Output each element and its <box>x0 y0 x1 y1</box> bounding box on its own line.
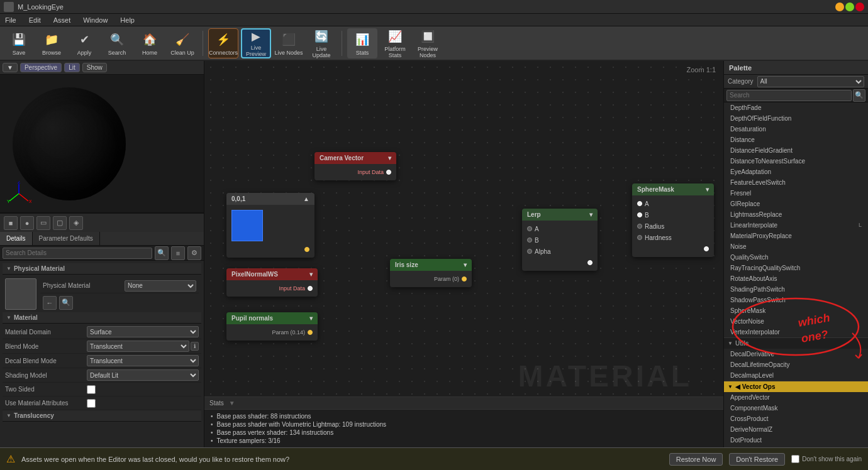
material-domain-select[interactable]: Surface <box>87 326 199 337</box>
pal-item-dof[interactable]: DepthOfFieldFunction <box>724 113 868 124</box>
pixel-output: Input Data <box>226 283 318 294</box>
camera-vector-node[interactable]: Camera Vector ▾ Input Data <box>314 152 396 180</box>
iris-size-node[interactable]: Iris size ▾ Param (0) <box>390 259 472 287</box>
menu-help[interactable]: Help <box>118 16 137 24</box>
menu-edit[interactable]: Edit <box>26 16 43 24</box>
menu-asset[interactable]: Asset <box>51 16 74 24</box>
dont-show-checkbox[interactable] <box>791 455 799 463</box>
blend-mode-select[interactable]: Translucent <box>87 341 189 352</box>
pal-item-shading[interactable]: ShadingPathSwitch <box>724 284 868 295</box>
pal-item-linearinterp[interactable]: LinearInterpolateL <box>724 220 868 231</box>
pal-item-dot[interactable]: DotProduct <box>724 435 868 445</box>
blend-mode-info-icon[interactable]: ℹ <box>191 342 199 351</box>
phys-material-select[interactable]: None <box>125 280 196 292</box>
sphere-icon-btn[interactable]: ● <box>20 216 34 230</box>
cube-icon-btn[interactable]: ▢ <box>53 216 67 230</box>
live-preview-button[interactable]: ▶ Live Preview <box>241 28 271 58</box>
pal-item-eye[interactable]: EyeAdaptation <box>724 167 868 177</box>
pal-item-rotate[interactable]: RotateAboutAxis <box>724 273 868 284</box>
subsurface-section[interactable]: Translucency <box>3 410 201 422</box>
search-button[interactable]: 🔍 Search <box>102 28 132 58</box>
palette-search-icon[interactable]: 🔍 <box>853 89 865 102</box>
pal-item-depthfade[interactable]: DepthFade <box>724 102 868 113</box>
pal-item-gi[interactable]: GIReplace <box>724 199 868 209</box>
physical-material-section[interactable]: Physical Material <box>3 263 201 275</box>
pal-item-noise[interactable]: Noise <box>724 241 868 252</box>
pal-item-fresnel[interactable]: Fresnel <box>724 188 868 199</box>
material-section[interactable]: Material <box>3 312 201 324</box>
pal-item-vectornoise[interactable]: VectorNoise <box>724 316 868 327</box>
connectors-button[interactable]: ⚡ Connectors <box>208 28 238 58</box>
pixel-normal-node[interactable]: PixelNormalWS ▾ Input Data <box>226 268 318 297</box>
pal-item-dtns[interactable]: DistanceToNearestSurface <box>724 156 868 167</box>
palette-search-input[interactable] <box>726 90 852 101</box>
pal-item-decal-deriv[interactable]: DecalDerivative <box>724 349 868 359</box>
pal-item-lightmass[interactable]: LightmassReplace <box>724 209 868 220</box>
shading-model-select[interactable]: Default Lit <box>87 369 199 381</box>
pal-item-derivenorm[interactable]: DeriveNormalZ <box>724 424 868 435</box>
category-select[interactable]: All <box>757 76 864 87</box>
decal-blend-mode-select[interactable]: Translucent <box>87 355 199 366</box>
minimize-button[interactable] <box>835 3 844 11</box>
node-editor[interactable]: Zoom 1:1 Camera Vector ▾ <box>204 61 723 456</box>
teapot-icon-btn[interactable]: ◈ <box>69 216 83 230</box>
pal-item-spheremask[interactable]: SphereMask <box>724 305 868 316</box>
platform-stats-button[interactable]: 📈 Platform Stats <box>380 28 410 58</box>
details-search-icon[interactable]: 🔍 <box>155 246 169 260</box>
pal-item-shadow[interactable]: ShadowPassSwitch <box>724 295 868 305</box>
pal-item-desat[interactable]: Desaturation <box>724 124 868 134</box>
viewport-toggle[interactable]: ▼ <box>3 63 18 72</box>
pupil-normals-node[interactable]: Pupil normals ▾ Param (0.14) <box>226 312 318 341</box>
utils-section[interactable]: Utils <box>724 337 868 349</box>
pal-item-vertexinterp[interactable]: VertexInterpolator <box>724 327 868 337</box>
preview-nodes-button[interactable]: 🔲 Preview Nodes <box>413 28 443 58</box>
pal-item-compmask[interactable]: ComponentMask <box>724 403 868 413</box>
save-button[interactable]: 💾 Save <box>4 28 34 58</box>
sphere-mask-node[interactable]: SphereMask ▾ A B Radius Hardnes <box>632 183 714 257</box>
lerp-node[interactable]: Lerp ▾ A B Alpha <box>522 209 598 271</box>
apply-button[interactable]: ✔ Apply <box>69 28 99 58</box>
material-icon-btn[interactable]: ■ <box>4 216 18 230</box>
pal-item-decal-life[interactable]: DecalLifetimeOpacity <box>724 359 868 370</box>
details-search-input[interactable] <box>3 248 152 259</box>
lit-button[interactable]: Lit <box>64 63 80 72</box>
pal-item-feature[interactable]: FeatureLevelSwitch <box>724 177 868 188</box>
show-button[interactable]: Show <box>82 63 107 72</box>
pal-item-distance[interactable]: Distance <box>724 134 868 145</box>
coord-node[interactable]: 0,0,1 ▲ <box>226 193 314 258</box>
pal-item-quality[interactable]: QualitySwitch <box>724 252 868 263</box>
home-button[interactable]: 🏠 Home <box>135 28 165 58</box>
menu-window[interactable]: Window <box>81 16 110 24</box>
pal-item-dfg[interactable]: DistanceFieldGradient <box>724 145 868 156</box>
sphere-pin-radius: Radius <box>632 221 714 232</box>
two-sided-checkbox[interactable] <box>87 385 96 394</box>
parameter-defaults-tab[interactable]: Parameter Defaults <box>33 232 100 245</box>
dont-restore-button[interactable]: Don't Restore <box>729 453 785 466</box>
menu-file[interactable]: File <box>3 16 19 24</box>
details-view-icon[interactable]: ≡ <box>171 246 185 260</box>
pal-item-cross[interactable]: CrossProduct <box>724 413 868 424</box>
pal-item-matproxy[interactable]: MaterialProxyReplace <box>724 231 868 241</box>
phys-navigate-icon[interactable]: ← <box>43 296 57 310</box>
details-tab[interactable]: Details <box>0 232 33 245</box>
close-button[interactable] <box>855 3 864 11</box>
browse-button[interactable]: 📁 Browse <box>36 28 67 58</box>
perspective-button[interactable]: Perspective <box>20 63 62 72</box>
live-nodes-button[interactable]: ⬛ Live Nodes <box>274 28 304 58</box>
cleanup-button[interactable]: 🧹 Clean Up <box>167 28 198 58</box>
vector-ops-section[interactable]: ◀ Vector Ops <box>724 381 868 392</box>
pal-item-decal-map[interactable]: DecalmapLevel <box>724 370 868 381</box>
pal-item-append[interactable]: AppendVector <box>724 392 868 403</box>
blend-mode-row: Blend Mode Translucent ℹ <box>3 339 201 354</box>
stats-button[interactable]: 📊 Stats <box>347 28 377 58</box>
maximize-button[interactable] <box>845 3 854 11</box>
plane-icon-btn[interactable]: ▭ <box>36 216 50 230</box>
phys-search-icon[interactable]: 🔍 <box>59 296 73 310</box>
connectors-icon: ⚡ <box>214 31 232 48</box>
camera-vector-output: Input Data <box>314 167 396 178</box>
use-material-attr-checkbox[interactable] <box>87 399 96 408</box>
pal-item-rtquality[interactable]: RayTracingQualitySwitch <box>724 263 868 273</box>
restore-now-button[interactable]: Restore Now <box>669 453 723 466</box>
live-update-button[interactable]: 🔄 Live Update <box>306 28 337 58</box>
details-options-icon[interactable]: ⚙ <box>187 246 201 260</box>
